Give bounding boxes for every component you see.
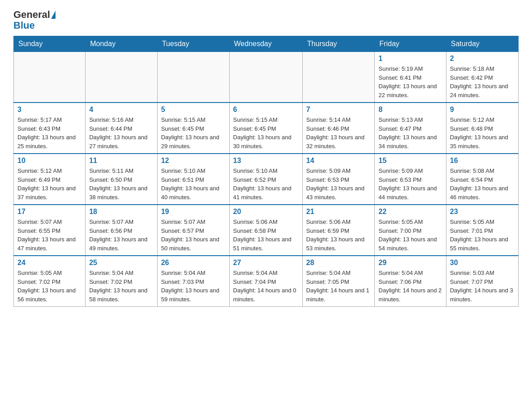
day-sun-info: Sunrise: 5:19 AMSunset: 6:41 PMDaylight:… — [378, 64, 442, 99]
calendar-cell: 12Sunrise: 5:10 AMSunset: 6:51 PMDayligh… — [157, 154, 229, 205]
day-sun-info: Sunrise: 5:12 AMSunset: 6:49 PMDaylight:… — [17, 167, 82, 201]
calendar-cell: 19Sunrise: 5:07 AMSunset: 6:57 PMDayligh… — [157, 205, 229, 256]
day-number: 30 — [450, 259, 515, 267]
day-number: 19 — [161, 208, 226, 216]
calendar-cell: 23Sunrise: 5:05 AMSunset: 7:01 PMDayligh… — [446, 205, 518, 256]
day-number: 26 — [161, 259, 226, 267]
day-sun-info: Sunrise: 5:10 AMSunset: 6:51 PMDaylight:… — [161, 167, 226, 201]
calendar-cell: 26Sunrise: 5:04 AMSunset: 7:03 PMDayligh… — [157, 256, 229, 307]
day-number: 6 — [233, 106, 299, 114]
day-of-week-header: Wednesday — [229, 36, 302, 52]
day-sun-info: Sunrise: 5:04 AMSunset: 7:02 PMDaylight:… — [89, 269, 153, 304]
day-number: 20 — [233, 208, 299, 216]
calendar-cell — [302, 52, 374, 103]
day-sun-info: Sunrise: 5:04 AMSunset: 7:03 PMDaylight:… — [161, 269, 226, 304]
calendar-cell: 5Sunrise: 5:15 AMSunset: 6:45 PMDaylight… — [157, 103, 229, 154]
day-number: 25 — [89, 259, 153, 267]
day-sun-info: Sunrise: 5:17 AMSunset: 6:43 PMDaylight:… — [17, 116, 82, 150]
calendar-cell: 8Sunrise: 5:13 AMSunset: 6:47 PMDaylight… — [375, 103, 446, 154]
day-of-week-header: Tuesday — [157, 36, 229, 52]
day-number: 3 — [17, 106, 82, 114]
logo-general-text: General — [13, 9, 50, 21]
calendar-cell: 24Sunrise: 5:05 AMSunset: 7:02 PMDayligh… — [14, 256, 86, 307]
calendar-cell: 14Sunrise: 5:09 AMSunset: 6:53 PMDayligh… — [302, 154, 374, 205]
day-sun-info: Sunrise: 5:15 AMSunset: 6:45 PMDaylight:… — [233, 116, 299, 150]
day-of-week-header: Thursday — [302, 36, 374, 52]
day-sun-info: Sunrise: 5:18 AMSunset: 6:42 PMDaylight:… — [450, 64, 515, 99]
calendar-cell: 22Sunrise: 5:05 AMSunset: 7:00 PMDayligh… — [375, 205, 446, 256]
day-sun-info: Sunrise: 5:15 AMSunset: 6:45 PMDaylight:… — [161, 116, 226, 150]
day-number: 14 — [306, 157, 371, 165]
calendar-cell: 29Sunrise: 5:04 AMSunset: 7:06 PMDayligh… — [375, 256, 446, 307]
day-sun-info: Sunrise: 5:10 AMSunset: 6:52 PMDaylight:… — [233, 167, 299, 201]
calendar-cell: 25Sunrise: 5:04 AMSunset: 7:02 PMDayligh… — [86, 256, 157, 307]
day-number: 1 — [378, 55, 442, 63]
day-sun-info: Sunrise: 5:06 AMSunset: 6:59 PMDaylight:… — [306, 218, 371, 253]
day-sun-info: Sunrise: 5:16 AMSunset: 6:44 PMDaylight:… — [89, 116, 153, 150]
calendar-week-row: 24Sunrise: 5:05 AMSunset: 7:02 PMDayligh… — [14, 256, 519, 307]
calendar-week-row: 1Sunrise: 5:19 AMSunset: 6:41 PMDaylight… — [14, 52, 519, 103]
day-sun-info: Sunrise: 5:07 AMSunset: 6:55 PMDaylight:… — [17, 218, 82, 253]
day-of-week-header: Saturday — [446, 36, 518, 52]
calendar-cell: 17Sunrise: 5:07 AMSunset: 6:55 PMDayligh… — [14, 205, 86, 256]
calendar-cell: 9Sunrise: 5:12 AMSunset: 6:48 PMDaylight… — [446, 103, 518, 154]
header: General Blue — [13, 9, 519, 31]
calendar-header-row: SundayMondayTuesdayWednesdayThursdayFrid… — [14, 36, 519, 52]
calendar-week-row: 17Sunrise: 5:07 AMSunset: 6:55 PMDayligh… — [14, 205, 519, 256]
day-number: 5 — [161, 106, 226, 114]
calendar-cell: 30Sunrise: 5:03 AMSunset: 7:07 PMDayligh… — [446, 256, 518, 307]
calendar-cell: 1Sunrise: 5:19 AMSunset: 6:41 PMDaylight… — [375, 52, 446, 103]
day-sun-info: Sunrise: 5:07 AMSunset: 6:56 PMDaylight:… — [89, 218, 153, 253]
calendar-week-row: 10Sunrise: 5:12 AMSunset: 6:49 PMDayligh… — [14, 154, 519, 205]
day-number: 9 — [450, 106, 515, 114]
day-sun-info: Sunrise: 5:04 AMSunset: 7:05 PMDaylight:… — [306, 269, 371, 304]
day-of-week-header: Friday — [375, 36, 446, 52]
calendar-cell: 4Sunrise: 5:16 AMSunset: 6:44 PMDaylight… — [86, 103, 157, 154]
calendar-cell: 20Sunrise: 5:06 AMSunset: 6:58 PMDayligh… — [229, 205, 302, 256]
calendar-cell: 27Sunrise: 5:04 AMSunset: 7:04 PMDayligh… — [229, 256, 302, 307]
calendar-cell: 28Sunrise: 5:04 AMSunset: 7:05 PMDayligh… — [302, 256, 374, 307]
day-number: 29 — [378, 259, 442, 267]
day-sun-info: Sunrise: 5:05 AMSunset: 7:01 PMDaylight:… — [450, 218, 515, 253]
calendar-cell — [86, 52, 157, 103]
day-of-week-header: Sunday — [14, 36, 86, 52]
day-number: 7 — [306, 106, 371, 114]
day-number: 4 — [89, 106, 153, 114]
calendar-cell: 6Sunrise: 5:15 AMSunset: 6:45 PMDaylight… — [229, 103, 302, 154]
day-number: 28 — [306, 259, 371, 267]
logo-triangle-icon — [51, 11, 56, 19]
day-sun-info: Sunrise: 5:14 AMSunset: 6:46 PMDaylight:… — [306, 116, 371, 150]
day-number: 11 — [89, 157, 153, 165]
calendar-cell: 7Sunrise: 5:14 AMSunset: 6:46 PMDaylight… — [302, 103, 374, 154]
day-number: 23 — [450, 208, 515, 216]
day-sun-info: Sunrise: 5:07 AMSunset: 6:57 PMDaylight:… — [161, 218, 226, 253]
day-sun-info: Sunrise: 5:09 AMSunset: 6:53 PMDaylight:… — [306, 167, 371, 201]
calendar-cell: 2Sunrise: 5:18 AMSunset: 6:42 PMDaylight… — [446, 52, 518, 103]
day-sun-info: Sunrise: 5:13 AMSunset: 6:47 PMDaylight:… — [378, 116, 442, 150]
day-number: 18 — [89, 208, 153, 216]
calendar-cell: 15Sunrise: 5:09 AMSunset: 6:53 PMDayligh… — [375, 154, 446, 205]
day-sun-info: Sunrise: 5:05 AMSunset: 7:02 PMDaylight:… — [17, 269, 82, 304]
day-number: 21 — [306, 208, 371, 216]
day-number: 24 — [17, 259, 82, 267]
day-sun-info: Sunrise: 5:08 AMSunset: 6:54 PMDaylight:… — [450, 167, 515, 201]
calendar-cell: 21Sunrise: 5:06 AMSunset: 6:59 PMDayligh… — [302, 205, 374, 256]
logo-blue-text: Blue — [13, 20, 35, 31]
calendar-cell: 18Sunrise: 5:07 AMSunset: 6:56 PMDayligh… — [86, 205, 157, 256]
day-number: 13 — [233, 157, 299, 165]
day-sun-info: Sunrise: 5:05 AMSunset: 7:00 PMDaylight:… — [378, 218, 442, 253]
day-number: 2 — [450, 55, 515, 63]
day-number: 8 — [378, 106, 442, 114]
day-sun-info: Sunrise: 5:04 AMSunset: 7:06 PMDaylight:… — [378, 269, 442, 304]
day-number: 15 — [378, 157, 442, 165]
day-sun-info: Sunrise: 5:03 AMSunset: 7:07 PMDaylight:… — [450, 269, 515, 304]
day-sun-info: Sunrise: 5:06 AMSunset: 6:58 PMDaylight:… — [233, 218, 299, 253]
calendar-cell: 13Sunrise: 5:10 AMSunset: 6:52 PMDayligh… — [229, 154, 302, 205]
calendar-cell: 10Sunrise: 5:12 AMSunset: 6:49 PMDayligh… — [14, 154, 86, 205]
calendar-cell: 11Sunrise: 5:11 AMSunset: 6:50 PMDayligh… — [86, 154, 157, 205]
day-number: 16 — [450, 157, 515, 165]
day-sun-info: Sunrise: 5:11 AMSunset: 6:50 PMDaylight:… — [89, 167, 153, 201]
day-number: 12 — [161, 157, 226, 165]
calendar-cell: 16Sunrise: 5:08 AMSunset: 6:54 PMDayligh… — [446, 154, 518, 205]
calendar-table: SundayMondayTuesdayWednesdayThursdayFrid… — [13, 36, 519, 307]
